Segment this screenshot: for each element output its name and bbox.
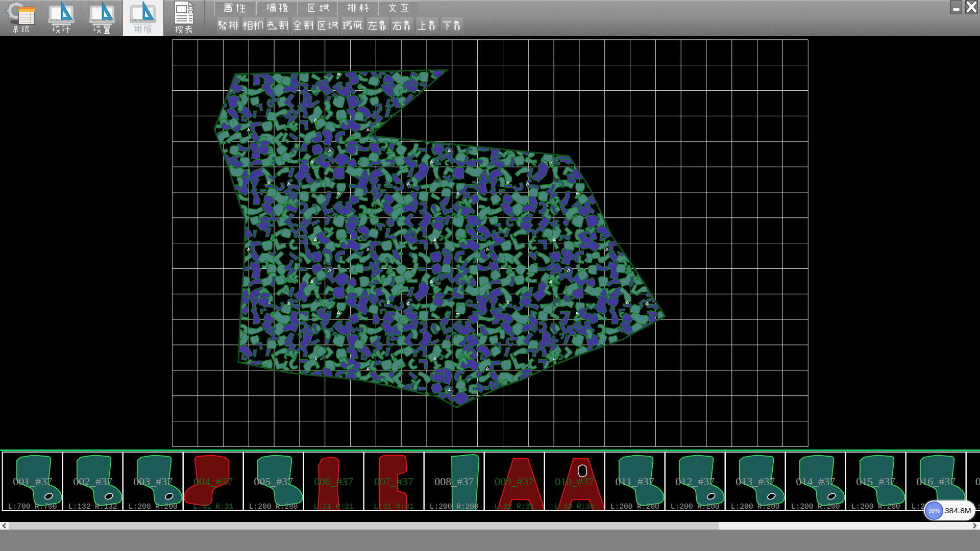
svg-text:L:21 R:21: L:21 R:21 bbox=[314, 503, 354, 511]
svg-text:004_#37: 004_#37 bbox=[193, 475, 233, 488]
svg-text:L:31 R:31: L:31 R:31 bbox=[193, 503, 233, 511]
svg-text:L:33 R:33: L:33 R:33 bbox=[555, 503, 595, 511]
svg-text:L:200 R:200: L:200 R:200 bbox=[610, 503, 659, 511]
svg-text:L:200 R:200: L:200 R:200 bbox=[129, 503, 178, 511]
svg-text:001_#37: 001_#37 bbox=[13, 475, 52, 488]
svg-text:L:132 R:132: L:132 R:132 bbox=[68, 503, 117, 511]
svg-text:0: 0 bbox=[975, 475, 980, 488]
svg-text:002_#37: 002_#37 bbox=[73, 475, 112, 488]
svg-text:016_#37: 016_#37 bbox=[916, 475, 955, 488]
svg-text:L:32 R:31: L:32 R:31 bbox=[495, 503, 534, 511]
svg-text:L:200 R:200: L:200 R:200 bbox=[731, 503, 780, 511]
svg-text:L:31 R:31: L:31 R:31 bbox=[374, 503, 414, 511]
svg-text:L:200 R:200: L:200 R:200 bbox=[430, 503, 479, 511]
svg-text:006_#37: 006_#37 bbox=[314, 475, 353, 488]
svg-text:L:700 R:700: L:700 R:700 bbox=[8, 503, 57, 511]
svg-text:012_#37: 012_#37 bbox=[675, 475, 715, 488]
svg-text:008_#37: 008_#37 bbox=[434, 475, 474, 488]
svg-text:014_#37: 014_#37 bbox=[796, 475, 835, 488]
svg-text:013_#37: 013_#37 bbox=[736, 475, 775, 488]
svg-text:L:200 R:200: L:200 R:200 bbox=[851, 503, 900, 511]
svg-text:L:200 R:200: L:200 R:200 bbox=[791, 503, 840, 511]
svg-text:005_#37: 005_#37 bbox=[254, 475, 293, 488]
svg-text:007_#37: 007_#37 bbox=[374, 475, 413, 488]
svg-text:L:200 R:200: L:200 R:200 bbox=[249, 503, 298, 511]
svg-text:011_#37: 011_#37 bbox=[616, 475, 654, 488]
svg-text:009_#37: 009_#37 bbox=[495, 475, 534, 488]
svg-text:015_#37: 015_#37 bbox=[856, 475, 895, 488]
svg-text:010_#37: 010_#37 bbox=[555, 475, 594, 488]
svg-text:L:200 R:200: L:200 R:200 bbox=[671, 503, 720, 511]
svg-text:003_#37: 003_#37 bbox=[133, 475, 173, 488]
